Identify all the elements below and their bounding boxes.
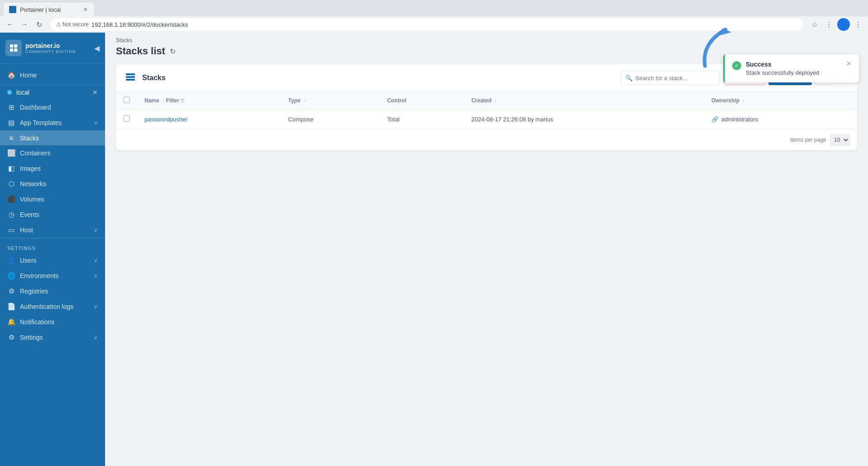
- panel-title-area: Stacks: [125, 72, 166, 84]
- stack-created-cell: 2024-08-17 21:26:08 by marius: [464, 110, 704, 129]
- table-header: Name ↓ Filter ▽ Type ↕ Control: [116, 92, 857, 110]
- svg-rect-3: [14, 48, 17, 52]
- volumes-icon: ⬛: [7, 195, 15, 203]
- images-icon: ◧: [7, 164, 15, 173]
- items-per-page-select[interactable]: 10 25 50: [830, 134, 850, 146]
- chevron-down-icon: ∨: [94, 120, 98, 126]
- sidebar-item-networks[interactable]: ⬡ Networks: [0, 176, 105, 192]
- toolbar-right: ☆ ⋮ 👤 ⋮: [808, 18, 864, 31]
- sidebar-item-stacks[interactable]: ≡ Stacks: [0, 130, 105, 145]
- tab-favicon: [9, 6, 16, 13]
- sidebar-item-registries[interactable]: ⚙ Registries: [0, 283, 105, 299]
- toast-message: Stack successfully deployed: [746, 69, 841, 76]
- env-close-button[interactable]: ✕: [92, 89, 98, 96]
- main-content: Stacks Stacks list ↻ Stacks: [105, 33, 868, 466]
- sidebar-header: portainer.io Community Edition ◀: [0, 33, 105, 64]
- refresh-button[interactable]: ↻: [170, 47, 176, 56]
- type-column-header[interactable]: Type ↕: [281, 92, 379, 110]
- sidebar-item-auth-logs[interactable]: 📄 Authentication logs ∨: [0, 299, 105, 314]
- row-checkbox[interactable]: [123, 115, 130, 122]
- created-sort-icon: ↕: [494, 98, 497, 103]
- sidebar-item-containers[interactable]: ⬜ Containers: [0, 145, 105, 161]
- tab-close-button[interactable]: ✕: [82, 6, 89, 13]
- forward-button[interactable]: →: [18, 18, 31, 31]
- sidebar-item-volumes[interactable]: ⬛ Volumes: [0, 192, 105, 207]
- table-row: passwordpusher Compose Total 2024-08-17 …: [116, 110, 857, 129]
- env-label: local: [16, 89, 88, 96]
- search-box[interactable]: 🔍: [620, 71, 720, 85]
- ownership-column-header[interactable]: Ownership ↕: [704, 92, 857, 110]
- stacks-table: Name ↓ Filter ▽ Type ↕ Control: [116, 92, 857, 129]
- sidebar: portainer.io Community Edition ◀ 🏠 Home …: [0, 33, 105, 466]
- toast-container: ✓ Success Stack successfully deployed ✕: [723, 54, 859, 82]
- extensions-button[interactable]: ⋮: [823, 18, 835, 31]
- stack-control-cell: Total: [380, 110, 464, 129]
- svg-rect-1: [14, 44, 17, 48]
- toast-notification: ✓ Success Stack successfully deployed ✕: [723, 54, 859, 82]
- settings-icon: ⚙: [7, 333, 15, 341]
- name-column-header[interactable]: Name ↓ Filter ▽: [137, 92, 281, 110]
- sidebar-item-events[interactable]: ◷ Events: [0, 207, 105, 222]
- bookmark-button[interactable]: ☆: [808, 18, 821, 31]
- search-input[interactable]: [635, 75, 715, 82]
- sidebar-item-home[interactable]: 🏠 Home: [0, 67, 105, 83]
- type-sort-icon: ↕: [303, 98, 306, 103]
- control-column-header[interactable]: Control: [380, 92, 464, 110]
- svg-rect-5: [126, 76, 135, 78]
- panel-title: Stacks: [142, 74, 166, 82]
- ownership-sort-icon: ↕: [742, 98, 744, 103]
- sidebar-item-dashboard[interactable]: ⊞ Dashboard: [0, 100, 105, 115]
- host-chevron-icon: ∨: [94, 227, 98, 233]
- logo-icon: [5, 40, 22, 56]
- items-per-page-label: Items per page: [790, 137, 826, 143]
- browser-toolbar: ← → ↻ ⚠ Not secure 192.168.1.18:9000/#/2…: [0, 16, 868, 33]
- search-icon: 🔍: [625, 75, 633, 82]
- settings-chevron-icon: ∨: [94, 334, 98, 341]
- select-all-header[interactable]: [116, 92, 137, 110]
- profile-button[interactable]: 👤: [837, 18, 850, 31]
- browser-tab[interactable]: Portainer | local ✕: [4, 3, 94, 16]
- notifications-icon: 🔔: [7, 318, 15, 326]
- stack-name-link[interactable]: passwordpusher: [144, 116, 187, 123]
- sidebar-item-users[interactable]: 👤 Users ∨: [0, 253, 105, 268]
- ownership-icon: 🔗: [711, 116, 719, 123]
- stack-name-cell: passwordpusher: [137, 110, 281, 129]
- not-secure-indicator: ⚠ Not secure: [56, 21, 89, 28]
- created-column-header[interactable]: Created ↕: [464, 92, 704, 110]
- host-icon: ▭: [7, 226, 15, 234]
- filter-icon[interactable]: ▽: [181, 98, 184, 103]
- env-status-dot: [7, 90, 12, 95]
- breadcrumb: Stacks: [105, 33, 868, 43]
- row-checkbox-cell[interactable]: [116, 110, 137, 129]
- sidebar-collapse-button[interactable]: ◀: [94, 44, 100, 53]
- warning-icon: ⚠: [56, 21, 61, 28]
- sidebar-item-images[interactable]: ◧ Images: [0, 161, 105, 176]
- sidebar-item-settings[interactable]: ⚙ Settings ∨: [0, 330, 105, 345]
- url-text: 192.168.1.18:9000/#/2/docker/stacks: [91, 21, 188, 28]
- svg-rect-4: [126, 73, 135, 75]
- name-sort-icon: ↓: [162, 98, 164, 103]
- stack-type-cell: Compose: [281, 110, 379, 129]
- app-layout: portainer.io Community Edition ◀ 🏠 Home …: [0, 33, 868, 466]
- dashboard-icon: ⊞: [7, 103, 15, 111]
- back-button[interactable]: ←: [4, 18, 16, 31]
- sidebar-item-app-templates[interactable]: ▤ App Templates ∨: [0, 115, 105, 130]
- browser-chrome: Portainer | local ✕ ← → ↻ ⚠ Not secure 1…: [0, 0, 868, 33]
- toast-close-button[interactable]: ✕: [846, 60, 852, 67]
- env-header[interactable]: local ✕: [0, 85, 105, 100]
- home-icon: 🏠: [7, 71, 15, 79]
- svg-rect-2: [10, 48, 13, 52]
- sidebar-item-host[interactable]: ▭ Host ∨: [0, 222, 105, 238]
- sidebar-item-environments[interactable]: 🌐 Environments ∨: [0, 268, 105, 283]
- address-bar[interactable]: ⚠ Not secure 192.168.1.18:9000/#/2/docke…: [51, 18, 803, 31]
- networks-icon: ⬡: [7, 180, 15, 188]
- reload-button[interactable]: ↻: [33, 18, 45, 31]
- toast-title: Success: [746, 61, 841, 68]
- menu-button[interactable]: ⋮: [852, 18, 864, 31]
- select-all-checkbox[interactable]: [123, 96, 130, 103]
- sidebar-item-notifications[interactable]: 🔔 Notifications: [0, 314, 105, 330]
- auth-logs-chevron-icon: ∨: [94, 303, 98, 310]
- logo-area: portainer.io Community Edition: [5, 40, 76, 56]
- stacks-nav-icon: ≡: [7, 134, 15, 142]
- toast-check-icon: ✓: [732, 61, 741, 70]
